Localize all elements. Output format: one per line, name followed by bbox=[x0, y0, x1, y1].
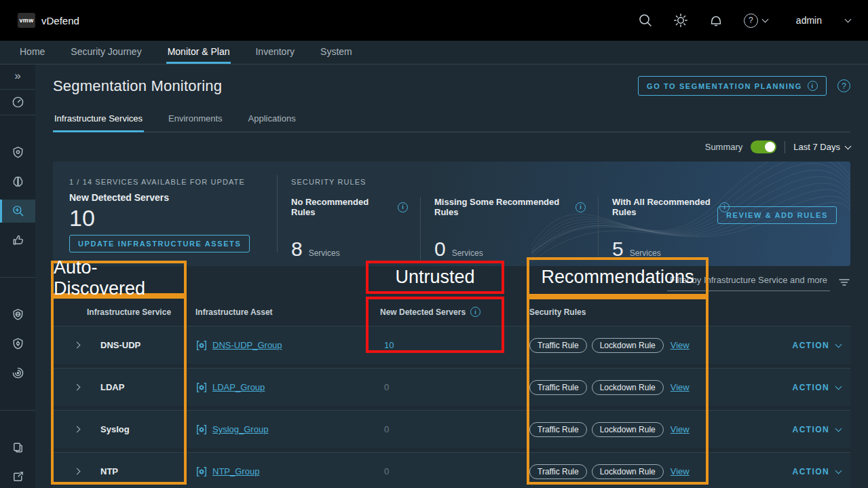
notifications-bell-icon[interactable] bbox=[709, 13, 723, 28]
new-detected-servers-count: 0 bbox=[380, 424, 529, 434]
asset-link[interactable]: Syslog_Group bbox=[212, 424, 268, 434]
help-menu[interactable]: ? bbox=[744, 14, 768, 28]
tab-infrastructure-services[interactable]: Infrastructure Services bbox=[53, 109, 144, 132]
divider bbox=[785, 141, 785, 153]
table-row: DNS-UDP DNS-UDP_Group 10 Traffic Rule Lo… bbox=[53, 326, 850, 364]
nav-item-inventory[interactable]: Inventory bbox=[254, 41, 296, 64]
traffic-rule-badge: Traffic Rule bbox=[529, 422, 587, 437]
row-expand-chevron-icon[interactable] bbox=[53, 343, 100, 348]
action-dropdown[interactable]: ACTION bbox=[707, 383, 850, 392]
time-range-dropdown[interactable]: Last 7 Days bbox=[793, 142, 850, 152]
action-dropdown[interactable]: ACTION bbox=[707, 467, 850, 476]
lockdown-rule-badge: Lockdown Rule bbox=[592, 338, 664, 353]
info-icon: i bbox=[808, 81, 818, 91]
filter-input[interactable]: Filter by Infrastructure Service and mor… bbox=[667, 274, 830, 291]
group-icon bbox=[195, 339, 208, 352]
search-plus-icon[interactable] bbox=[0, 200, 35, 223]
chevron-down-icon bbox=[845, 16, 852, 23]
missing-some-rules-label: Missing Some Recommended Rules i bbox=[434, 197, 586, 217]
lockdown-rule-badge: Lockdown Rule bbox=[592, 464, 664, 479]
brightness-icon[interactable] bbox=[673, 13, 688, 28]
nav-item-home[interactable]: Home bbox=[18, 41, 46, 64]
filter-icon[interactable] bbox=[838, 278, 850, 287]
info-icon[interactable]: i bbox=[470, 307, 480, 317]
user-name: admin bbox=[796, 15, 822, 26]
action-dropdown[interactable]: ACTION bbox=[707, 425, 850, 434]
view-link[interactable]: View bbox=[671, 340, 690, 350]
expand-icon[interactable]: » bbox=[0, 64, 35, 88]
search-icon[interactable] bbox=[638, 13, 653, 28]
chevron-down-icon bbox=[845, 143, 852, 149]
primary-nav: Home Security Journey Monitor & Plan Inv… bbox=[0, 41, 868, 64]
tab-environments[interactable]: Environments bbox=[167, 109, 223, 132]
dashboard-gauge-icon[interactable] bbox=[0, 91, 35, 114]
nav-item-monitor-plan[interactable]: Monitor & Plan bbox=[166, 41, 231, 64]
top-bar: vmw vDefend ? admin bbox=[0, 0, 868, 41]
chevron-down-icon bbox=[835, 425, 842, 432]
security-rules-header: SECURITY RULES bbox=[291, 178, 850, 186]
asset-link[interactable]: LDAP_Group bbox=[212, 382, 265, 392]
divider bbox=[0, 410, 35, 411]
col-header-security-rules[interactable]: Security Rules bbox=[529, 307, 707, 317]
col-header-new-detected-servers[interactable]: New Detected Servers i bbox=[380, 307, 529, 317]
summary-toggle[interactable] bbox=[751, 140, 776, 153]
divider bbox=[0, 115, 35, 115]
page-help-icon[interactable]: ? bbox=[837, 79, 850, 92]
product-name: vDefend bbox=[41, 15, 79, 26]
services-available-eyebrow: 1 / 14 SERVICES AVAILABLE FOR UPDATE bbox=[69, 178, 277, 186]
asset-link[interactable]: NTP_Group bbox=[212, 466, 259, 476]
toggle-knob bbox=[765, 142, 775, 152]
nav-item-security-journey[interactable]: Security Journey bbox=[69, 41, 143, 64]
documents-icon[interactable] bbox=[0, 436, 35, 459]
new-detected-servers-label: New Detected Servers bbox=[69, 192, 277, 203]
view-link[interactable]: View bbox=[671, 382, 690, 392]
lockdown-rule-badge: Lockdown Rule bbox=[592, 380, 664, 395]
summary-toggle-label: Summary bbox=[705, 142, 743, 152]
group-icon bbox=[195, 381, 208, 394]
divider bbox=[0, 89, 35, 90]
shield-globe-icon[interactable] bbox=[0, 303, 35, 326]
lockdown-rule-badge: Lockdown Rule bbox=[592, 422, 664, 437]
traffic-rule-badge: Traffic Rule bbox=[529, 338, 587, 353]
asset-link[interactable]: DNS-UDP_Group bbox=[212, 340, 282, 350]
with-all-rules-value: 5 bbox=[612, 238, 624, 261]
col-header-infrastructure-asset[interactable]: Infrastructure Asset bbox=[195, 307, 380, 317]
info-icon[interactable]: i bbox=[575, 202, 586, 212]
service-name: DNS-UDP bbox=[100, 340, 195, 350]
service-name: NTP bbox=[100, 466, 195, 476]
with-all-rules-label: With All Recommended Rules i bbox=[612, 197, 730, 217]
group-icon bbox=[195, 424, 208, 436]
brain-icon[interactable] bbox=[0, 170, 35, 193]
new-detected-servers-count[interactable]: 10 bbox=[380, 340, 529, 350]
info-icon[interactable]: i bbox=[398, 202, 408, 212]
services-unit: Services bbox=[309, 248, 340, 258]
update-infrastructure-assets-button[interactable]: UPDATE INFRASTRUCTURE ASSETS bbox=[69, 235, 250, 252]
shield-icon[interactable] bbox=[0, 141, 35, 164]
table-header: Infrastructure Service Infrastructure As… bbox=[53, 298, 850, 326]
view-link[interactable]: View bbox=[671, 424, 690, 434]
radar-icon[interactable] bbox=[0, 362, 35, 385]
missing-some-rules-value: 0 bbox=[434, 238, 446, 261]
table-row: NTP NTP_Group 0 Traffic Rule Lockdown Ru… bbox=[53, 452, 850, 488]
row-expand-chevron-icon[interactable] bbox=[53, 385, 100, 390]
review-add-rules-button[interactable]: REVIEW & ADD RULES bbox=[717, 206, 837, 224]
col-header-infrastructure-service[interactable]: Infrastructure Service bbox=[53, 307, 195, 317]
user-menu[interactable]: admin bbox=[788, 15, 850, 26]
services-unit: Services bbox=[452, 248, 483, 258]
row-expand-chevron-icon[interactable] bbox=[53, 427, 100, 432]
export-icon[interactable] bbox=[0, 465, 35, 488]
tab-applications[interactable]: Applications bbox=[247, 109, 297, 132]
new-detected-servers-count: 0 bbox=[380, 382, 529, 392]
shield-bug-icon[interactable] bbox=[0, 333, 35, 356]
chevron-down-icon bbox=[835, 341, 842, 348]
action-dropdown[interactable]: ACTION bbox=[707, 341, 850, 350]
nav-item-system[interactable]: System bbox=[319, 41, 354, 64]
vmware-logo: vmw bbox=[18, 13, 35, 28]
services-unit: Services bbox=[630, 248, 661, 258]
table-row: Syslog Syslog_Group 0 Traffic Rule Lockd… bbox=[53, 410, 850, 448]
thumbs-up-icon[interactable] bbox=[0, 229, 35, 252]
view-link[interactable]: View bbox=[671, 466, 690, 476]
go-to-segmentation-planning-button[interactable]: GO TO SEGMENTATION PLANNING i bbox=[638, 76, 827, 96]
page-title: Segmentation Monitoring bbox=[53, 77, 222, 95]
row-expand-chevron-icon[interactable] bbox=[53, 469, 100, 474]
